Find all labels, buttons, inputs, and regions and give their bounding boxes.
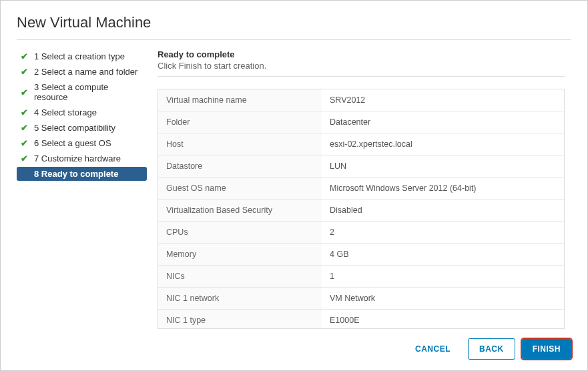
check-icon: ✔ [21, 67, 30, 77]
back-button[interactable]: BACK [468, 338, 515, 360]
table-row: Guest OS nameMicrosoft Windows Server 20… [158, 177, 564, 200]
content-subheading: Click Finish to start creation. [158, 61, 565, 71]
row-label: CPUs [158, 222, 322, 244]
table-row: NICs1 [158, 266, 564, 288]
step-ready-complete[interactable]: ✔ 8 Ready to complete [17, 167, 147, 181]
wizard-steps: ✔ 1 Select a creation type ✔ 2 Select a … [17, 49, 147, 329]
step-label: 3 Select a compute resource [34, 82, 143, 102]
row-label: NIC 1 type [158, 310, 322, 330]
row-label: Datastore [158, 155, 322, 177]
row-label: NICs [158, 266, 322, 288]
row-value: 2 [322, 222, 564, 244]
step-label: 7 Customize hardware [34, 153, 121, 163]
row-value: Disabled [322, 200, 564, 222]
step-creation-type[interactable]: ✔ 1 Select a creation type [17, 49, 147, 63]
row-label: Guest OS name [158, 177, 322, 200]
row-value: Microsoft Windows Server 2012 (64-bit) [322, 177, 564, 200]
row-value: E1000E [322, 310, 564, 330]
check-icon: ✔ [21, 138, 30, 148]
table-row: FolderDatacenter [158, 111, 564, 133]
step-storage[interactable]: ✔ 4 Select storage [17, 105, 147, 119]
cancel-button[interactable]: CANCEL [404, 339, 461, 359]
new-vm-dialog: New Virtual Machine ✔ 1 Select a creatio… [1, 1, 587, 370]
table-row: Virtualization Based SecurityDisabled [158, 200, 564, 222]
table-row: CPUs2 [158, 222, 564, 244]
row-value: LUN [322, 155, 564, 177]
row-value: esxi-02.xpertstec.local [322, 133, 564, 155]
check-icon: ✔ [21, 87, 30, 97]
check-icon: ✔ [21, 51, 30, 61]
row-value: SRV2012 [322, 89, 564, 111]
step-guest-os[interactable]: ✔ 6 Select a guest OS [17, 136, 147, 150]
check-icon: ✔ [21, 107, 30, 117]
step-label: 4 Select storage [34, 107, 97, 117]
summary-table-wrap[interactable]: Virtual machine nameSRV2012 FolderDatace… [158, 89, 565, 329]
summary-table: Virtual machine nameSRV2012 FolderDatace… [158, 89, 564, 329]
step-label: 2 Select a name and folder [34, 67, 137, 77]
check-icon: ✔ [21, 153, 30, 163]
table-row: DatastoreLUN [158, 155, 564, 177]
check-icon: ✔ [21, 123, 30, 133]
row-label: Virtual machine name [158, 89, 322, 111]
finish-button[interactable]: FINISH [522, 339, 571, 359]
step-label: 5 Select compatibility [34, 123, 115, 133]
table-row: Memory4 GB [158, 244, 564, 266]
content-heading: Ready to complete [158, 49, 565, 59]
step-name-folder[interactable]: ✔ 2 Select a name and folder [17, 65, 147, 79]
step-compute-resource[interactable]: ✔ 3 Select a compute resource [17, 80, 147, 104]
row-label: Memory [158, 244, 322, 266]
row-label: Virtualization Based Security [158, 200, 322, 222]
row-label: Folder [158, 111, 322, 133]
step-label: 6 Select a guest OS [34, 138, 111, 148]
dialog-body: ✔ 1 Select a creation type ✔ 2 Select a … [17, 49, 571, 329]
step-label: 1 Select a creation type [34, 51, 125, 61]
row-value: VM Network [322, 288, 564, 310]
dialog-title: New Virtual Machine [17, 14, 571, 40]
table-row: Hostesxi-02.xpertstec.local [158, 133, 564, 155]
row-label: NIC 1 network [158, 288, 322, 310]
dialog-footer: CANCEL BACK FINISH [17, 329, 571, 360]
table-row: NIC 1 typeE1000E [158, 310, 564, 330]
step-label: 8 Ready to complete [34, 169, 118, 179]
row-value: 1 [322, 266, 564, 288]
step-customize-hardware[interactable]: ✔ 7 Customize hardware [17, 151, 147, 165]
row-label: Host [158, 133, 322, 155]
step-compatibility[interactable]: ✔ 5 Select compatibility [17, 121, 147, 135]
table-row: Virtual machine nameSRV2012 [158, 89, 564, 111]
row-value: 4 GB [322, 244, 564, 266]
divider [158, 76, 565, 77]
table-row: NIC 1 networkVM Network [158, 288, 564, 310]
row-value: Datacenter [322, 111, 564, 133]
content-pane: Ready to complete Click Finish to start … [158, 49, 571, 329]
